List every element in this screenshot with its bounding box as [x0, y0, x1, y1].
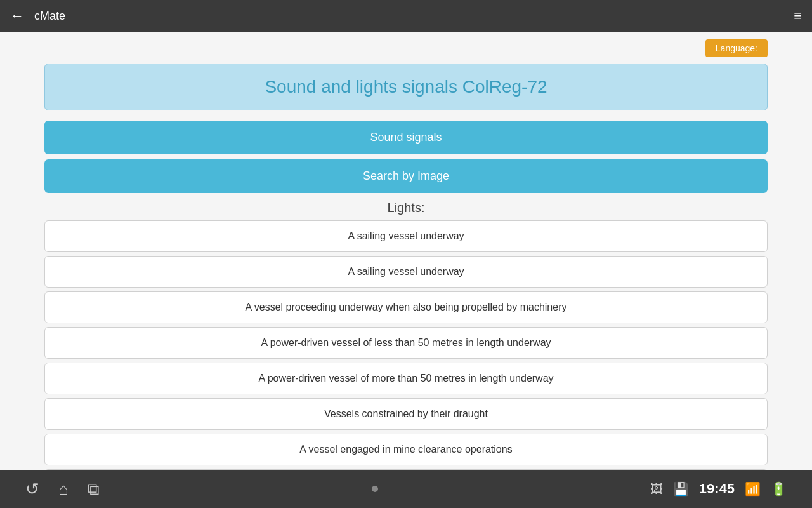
bottom-right: 🖼 💾 19:45 📶 🔋 — [650, 481, 787, 497]
sound-signals-button[interactable]: Sound signals — [44, 121, 768, 154]
list-item-6[interactable]: Vessels constrained by their draught — [44, 398, 768, 430]
back-nav-icon[interactable]: ↺ — [25, 479, 39, 499]
list-item-1[interactable]: A sailing vessel underway — [44, 220, 768, 252]
language-row: Language: — [44, 39, 768, 57]
bottom-nav-left: ↺ ⌂ ⧉ — [25, 479, 100, 499]
back-icon[interactable]: ← — [10, 8, 24, 24]
list-item-5[interactable]: A power-driven vessel of more than 50 me… — [44, 363, 768, 394]
search-by-image-button[interactable]: Search by Image — [44, 159, 768, 193]
home-icon[interactable]: ⌂ — [58, 479, 69, 499]
windows-icon[interactable]: ⧉ — [88, 479, 100, 499]
bottom-bar: ↺ ⌂ ⧉ 🖼 💾 19:45 📶 🔋 — [0, 470, 812, 508]
app-title: cMate — [34, 10, 794, 23]
list-item-3[interactable]: A vessel proceeding underway when also b… — [44, 291, 768, 323]
language-button[interactable]: Language: — [705, 39, 768, 57]
time-display: 19:45 — [699, 481, 735, 497]
menu-icon[interactable]: ≡ — [794, 8, 802, 24]
gallery-icon[interactable]: 🖼 — [650, 482, 663, 497]
title-card: Sound and lights signals ColReg-72 — [44, 64, 768, 110]
list-item-2[interactable]: A sailing vessel underway — [44, 256, 768, 288]
list-item-4[interactable]: A power-driven vessel of less than 50 me… — [44, 327, 768, 359]
storage-icon: 💾 — [673, 481, 689, 497]
center-dot — [372, 486, 378, 492]
list-item-7[interactable]: A vessel engaged in mine clearance opera… — [44, 434, 768, 465]
wifi-icon: 📶 — [745, 481, 761, 497]
top-bar: ← cMate ≡ — [0, 0, 812, 32]
lights-label: Lights: — [44, 201, 768, 215]
content-area: Language: Sound and lights signals ColRe… — [0, 32, 812, 470]
main-title: Sound and lights signals ColReg-72 — [265, 77, 547, 97]
battery-icon: 🔋 — [771, 481, 787, 497]
